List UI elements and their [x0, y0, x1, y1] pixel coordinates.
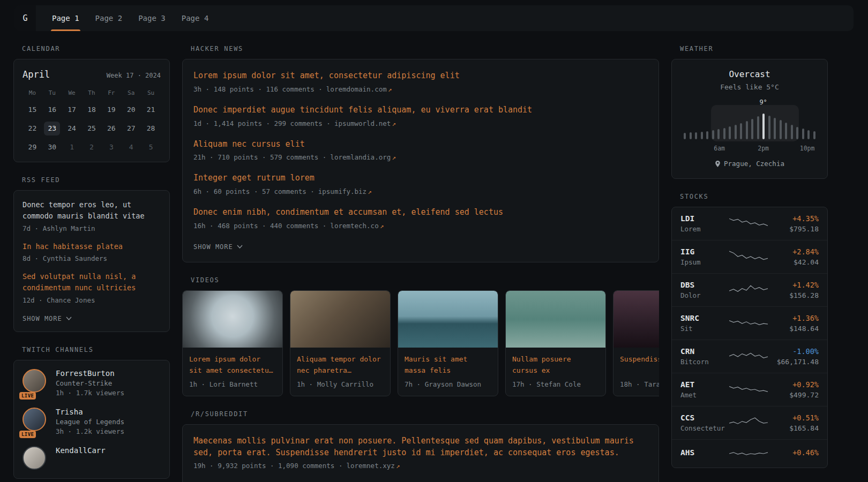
- hacker-news-section-title: HACKER NEWS: [182, 45, 659, 52]
- calendar-day: 19: [101, 103, 121, 117]
- rss-headline-link[interactable]: In hac habitasse platea: [23, 241, 161, 252]
- story-domain: ipsumworld.net: [334, 119, 391, 127]
- videos-row: Lorem ipsum dolor sit amet consectetu… 1…: [182, 290, 659, 396]
- weather-time-label: 10pm: [800, 145, 815, 152]
- stock-row: IIGIpsum +2.84%$42.04: [672, 240, 827, 273]
- calendar-widget: CALENDAR April Week 17 · 2024 Mo Tu We T…: [13, 45, 170, 162]
- tab-page-2[interactable]: Page 2: [94, 5, 124, 31]
- post-headline-link[interactable]: Maecenas mollis pulvinar erat non posuer…: [193, 435, 648, 459]
- story-meta: 6h · 60 points · 57 comments ·ipsumify.b…: [193, 187, 648, 195]
- live-badge: LIVE: [19, 431, 36, 438]
- right-column: WEATHER Overcast Feels like 5°C 9° 6am 2…: [671, 45, 828, 482]
- rss-item: In hac habitasse platea 8d · Cynthia Sau…: [23, 241, 161, 262]
- story-headline-link[interactable]: Integer eget rutrum lorem: [193, 172, 648, 184]
- stock-change: +2.84%: [769, 247, 819, 256]
- video-thumbnail: [506, 291, 605, 348]
- weather-bar: [712, 130, 714, 139]
- weather-bar: [757, 116, 759, 139]
- hacker-news-show-more-button[interactable]: SHOW MORE: [193, 243, 243, 251]
- stock-symbol: AET: [680, 380, 728, 389]
- channel-meta: 1h · 1.7k viewers: [56, 389, 124, 397]
- weather-bar: [780, 120, 782, 139]
- post-meta: 19h · 9,932 points · 1,090 comments ·lor…: [193, 462, 648, 470]
- video-thumbnail: [398, 291, 498, 348]
- story-meta: 1d · 1,414 points · 299 comments ·ipsumw…: [193, 119, 648, 127]
- calendar-day-next-month: 1: [62, 140, 82, 154]
- weather-bar: [796, 127, 798, 139]
- subreddit-widget: /R/SUBREDDIT Maecenas mollis pulvinar er…: [182, 410, 659, 482]
- story-domain-link[interactable]: loremdomain.com↗: [326, 85, 392, 93]
- weather-time-label: 6am: [714, 145, 725, 152]
- post-domain-link[interactable]: loremnet.xyz↗: [346, 462, 400, 470]
- weather-bar: [740, 123, 742, 139]
- video-card-link[interactable]: Lorem ipsum dolor sit amet consectetu… 1…: [182, 290, 283, 396]
- stock-price: $795.18: [769, 225, 819, 233]
- videos-widget: VIDEOS Lorem ipsum dolor sit amet consec…: [182, 276, 659, 396]
- stock-symbol: CCS: [680, 413, 728, 422]
- stock-price: $42.04: [769, 258, 819, 266]
- stock-price: $148.64: [769, 325, 819, 333]
- twitch-channel-link[interactable]: LIVE Trisha League of Legends 3h · 1.2k …: [23, 408, 161, 435]
- stock-change: -1.00%: [769, 347, 819, 356]
- story-domain-link[interactable]: loremtech.co↗: [330, 222, 384, 230]
- main-content: CALENDAR April Week 17 · 2024 Mo Tu We T…: [0, 31, 868, 482]
- story-domain-link[interactable]: ipsumworld.net↗: [334, 119, 396, 127]
- story-headline-link[interactable]: Lorem ipsum dolor sit amet, consectetur …: [193, 70, 648, 82]
- channel-name: ForrestBurton: [56, 369, 124, 378]
- story-headline-link[interactable]: Donec enim nibh, condimentum et accumsan…: [193, 207, 648, 219]
- video-card-link[interactable]: Mauris sit amet massa felis 7h · Grayson…: [398, 290, 498, 396]
- calendar-day-next-month: 5: [141, 140, 161, 154]
- channel-avatar-wrap: LIVE: [23, 369, 48, 397]
- stock-symbol: CRN: [680, 347, 728, 356]
- tab-page-1[interactable]: Page 1: [51, 5, 80, 31]
- calendar-day: 22: [23, 122, 42, 135]
- rss-headline-link[interactable]: Donec tempor eros leo, ut commodo mauris…: [23, 199, 161, 222]
- story-domain-link[interactable]: loremlandia.org↗: [330, 153, 395, 161]
- calendar-header: April Week 17 · 2024: [23, 69, 161, 80]
- day-header: Su: [141, 88, 161, 98]
- weather-bar: [701, 132, 703, 139]
- weather-bar: [723, 128, 725, 139]
- video-card-link[interactable]: Suspendisse diam 18h · Tara: [613, 290, 659, 396]
- story-headline-link[interactable]: Aliquam nec cursus elit: [193, 139, 648, 150]
- video-thumbnail: [613, 291, 659, 348]
- external-link-icon: ↗: [396, 462, 400, 470]
- story-domain-link[interactable]: ipsumify.biz↗: [318, 187, 372, 195]
- weather-bar: [762, 114, 765, 139]
- calendar-day: 26: [101, 122, 121, 135]
- calendar-day-next-month: 2: [82, 140, 102, 154]
- chevron-down-icon: [66, 317, 72, 320]
- story-item: Donec imperdiet augue tincidunt felis al…: [193, 104, 648, 127]
- stock-sparkline: [729, 283, 768, 297]
- channel-info: ForrestBurton Counter-Strike 1h · 1.7k v…: [56, 369, 124, 397]
- story-meta-text: 3h · 148 points · 116 comments ·: [193, 85, 323, 93]
- tab-page-4[interactable]: Page 4: [181, 5, 210, 31]
- channel-avatar: [23, 369, 46, 393]
- video-title: Lorem ipsum dolor sit amet consectetu…: [183, 348, 282, 376]
- weather-bar: [746, 121, 748, 139]
- story-headline-link[interactable]: Donec imperdiet augue tincidunt felis al…: [193, 104, 648, 116]
- weather-card: Overcast Feels like 5°C 9° 6am 2pm 10pm: [671, 59, 828, 179]
- weather-bar: [729, 126, 731, 139]
- rss-show-more-button[interactable]: SHOW MORE: [23, 315, 72, 322]
- tab-page-3[interactable]: Page 3: [137, 5, 167, 31]
- stock-change: +1.36%: [769, 314, 819, 322]
- calendar-day: 24: [62, 122, 82, 135]
- weather-location: Prague, Czechia: [715, 160, 784, 168]
- tab-bar: Page 1 Page 2 Page 3 Page 4: [51, 5, 209, 31]
- weather-bar: [695, 132, 697, 139]
- story-meta-text: 6h · 60 points · 57 comments ·: [193, 187, 315, 195]
- weather-bar: [774, 118, 776, 139]
- channel-name: Trisha: [56, 408, 124, 416]
- video-card-link[interactable]: Nullam posuere cursus ex 17h · Stefan Co…: [505, 290, 606, 396]
- stock-change: +0.51%: [769, 413, 819, 422]
- rss-headline-link[interactable]: Sed volutpat nulla nisl, a condimentum n…: [23, 271, 161, 294]
- stock-name: Bitcorn: [680, 358, 728, 366]
- home-logo[interactable]: G: [14, 5, 36, 31]
- weather-bar-chart: [684, 109, 815, 139]
- twitch-channel-link[interactable]: KendallCarr: [23, 446, 161, 470]
- calendar-day: 21: [141, 103, 161, 117]
- twitch-channel-link[interactable]: LIVE ForrestBurton Counter-Strike 1h · 1…: [23, 369, 161, 397]
- video-card-link[interactable]: Aliquam tempor dolor nec pharetra… 1h · …: [290, 290, 391, 396]
- stock-symbol: IIG: [680, 247, 728, 256]
